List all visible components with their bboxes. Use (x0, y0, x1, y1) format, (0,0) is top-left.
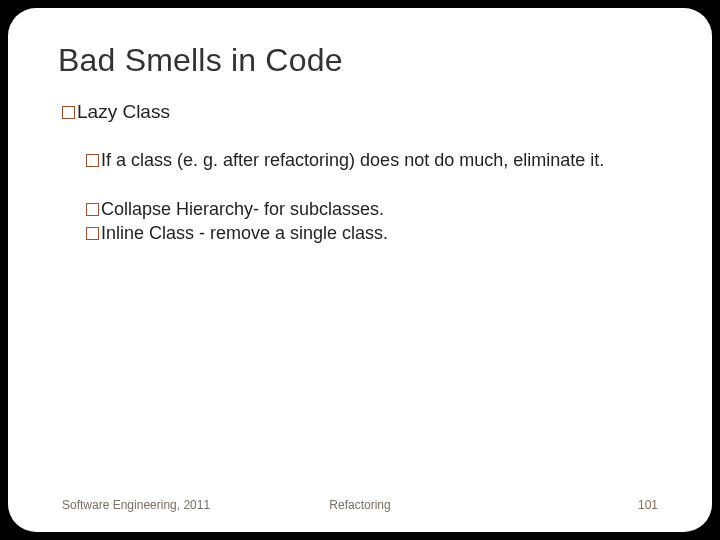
bullet-group: Collapse Hierarchy- for subclasses. Inli… (58, 198, 662, 245)
square-bullet-icon (86, 154, 99, 167)
square-bullet-icon (62, 106, 75, 119)
bullet-level2: If a class (e. g. after refactoring) doe… (86, 149, 662, 172)
bullet-level2: Collapse Hierarchy- for subclasses. (86, 198, 662, 221)
bullet-level2: Inline Class - remove a single class. (86, 222, 662, 245)
bullet-text: If a class (e. g. after refactoring) doe… (101, 150, 604, 170)
footer: Software Engineering, 2011 Refactoring 1… (58, 498, 662, 514)
slide-body: Lazy Class If a class (e. g. after refac… (58, 101, 662, 498)
square-bullet-icon (86, 203, 99, 216)
slide-frame: Bad Smells in Code Lazy Class If a class… (8, 8, 712, 532)
square-bullet-icon (86, 227, 99, 240)
footer-center: Refactoring (58, 498, 662, 512)
bullet-text: Inline Class - remove a single class. (101, 223, 388, 243)
bullet-text: Collapse Hierarchy- for subclasses. (101, 199, 384, 219)
bullet-level1: Lazy Class (62, 101, 662, 123)
bullet-text: Lazy Class (77, 101, 170, 122)
slide-title: Bad Smells in Code (58, 42, 662, 79)
